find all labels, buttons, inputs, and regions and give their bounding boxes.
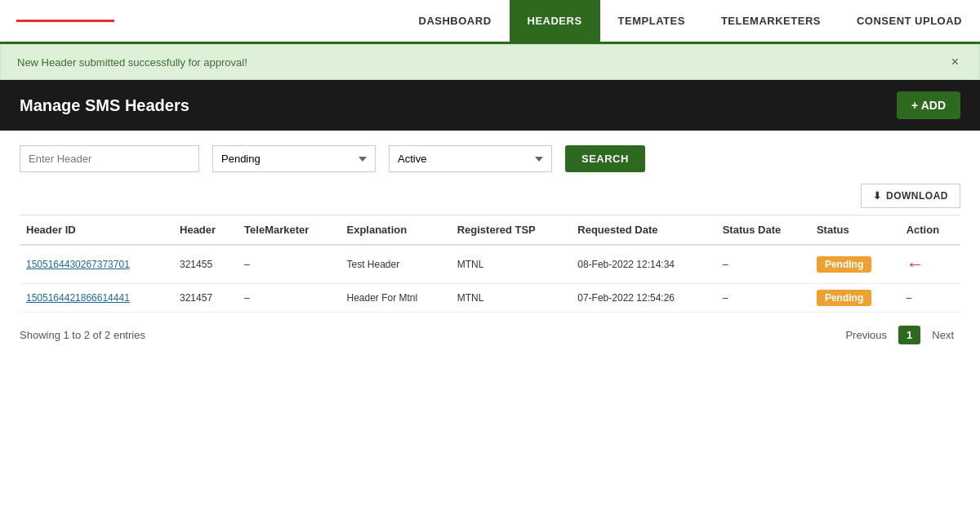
row2-telemarketer: – [238,284,340,313]
row2-action: – [900,284,960,313]
filters-row: Pending Active Inactive Active Inactive … [0,131,980,180]
page-title: Manage SMS Headers [20,96,189,115]
col-telemarketer: TeleMarketer [238,215,340,246]
row1-tsp: MTNL [451,245,572,284]
col-header-id: Header ID [20,215,173,246]
row2-status-date: – [716,284,810,313]
showing-entries: Showing 1 to 2 of 2 entries [20,329,145,341]
table-header-row: Header ID Header TeleMarketer Explanatio… [20,215,960,246]
pagination-row: Showing 1 to 2 of 2 entries Previous 1 N… [0,313,980,357]
download-label: DOWNLOAD [886,190,948,202]
previous-page-button[interactable]: Previous [839,326,893,344]
nav-item-templates[interactable]: TEMPLATES [600,0,703,42]
success-banner: New Header submitted successfully for ap… [0,44,980,80]
download-icon: ⬇ [873,190,882,202]
nav-item-headers[interactable]: HEADERS [510,0,600,42]
download-row: ⬇ DOWNLOAD [0,180,980,215]
entity-filter-select[interactable]: Active Inactive [389,145,552,172]
col-explanation: Explanation [341,215,451,246]
table-row: 1505164430267373701 321455 – Test Header… [20,245,960,284]
row2-id[interactable]: 1505164421866614441 [20,284,173,313]
row2-header: 321457 [173,284,238,313]
success-message: New Header submitted successfully for ap… [17,56,247,69]
col-status: Status [810,215,900,246]
row1-status-date: – [716,245,810,284]
row2-tsp: MTNL [451,284,572,313]
col-registered-tsp: Registered TSP [451,215,572,246]
row1-date: 08-Feb-2022 12:14:34 [571,245,715,284]
logo-line [16,20,114,22]
nav-item-telemarketers[interactable]: TELEMARKETERS [703,0,839,42]
logo-area [0,0,401,42]
nav-item-consent-upload[interactable]: CONSENT UPLOAD [839,0,980,42]
row1-header: 321455 [173,245,238,284]
row1-id[interactable]: 1505164430267373701 [20,245,173,284]
row1-explanation: Test Header [341,245,451,284]
nav-item-dashboard[interactable]: DASHBOARD [401,0,510,42]
row2-status: Pending [810,284,900,313]
row2-explanation: Header For Mtnl [341,284,451,313]
current-page-number[interactable]: 1 [898,326,920,344]
header-search-input[interactable] [20,145,199,172]
search-button[interactable]: SEARCH [565,145,645,172]
headers-table: Header ID Header TeleMarketer Explanatio… [20,215,960,313]
add-button[interactable]: + ADD [897,91,960,119]
col-requested-date: Requested Date [571,215,715,246]
table-wrapper: Header ID Header TeleMarketer Explanatio… [0,215,980,313]
next-page-button[interactable]: Next [925,326,960,344]
table-row: 1505164421866614441 321457 – Header For … [20,284,960,313]
col-status-date: Status Date [716,215,810,246]
nav-items: DASHBOARD HEADERS TEMPLATES TELEMARKETER… [401,0,980,42]
red-arrow-icon: ← [906,254,924,275]
pagination-controls: Previous 1 Next [839,326,960,344]
close-banner-button[interactable]: × [947,55,963,69]
row1-action: ← [900,245,960,284]
page-header: Manage SMS Headers + ADD [0,80,980,131]
col-action: Action [900,215,960,246]
top-navigation: DASHBOARD HEADERS TEMPLATES TELEMARKETER… [0,0,980,44]
download-button[interactable]: ⬇ DOWNLOAD [861,184,961,208]
col-header-header: Header [173,215,238,246]
row2-date: 07-Feb-2022 12:54:26 [571,284,715,313]
status-filter-select[interactable]: Pending Active Inactive [212,145,376,172]
row1-telemarketer: – [238,245,340,284]
row1-status: Pending [810,245,900,284]
